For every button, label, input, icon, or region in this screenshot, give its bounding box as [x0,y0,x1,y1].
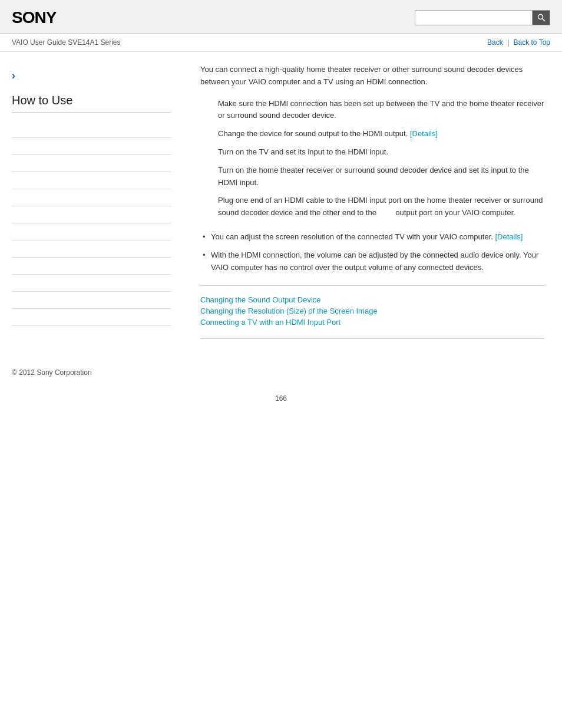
list-item [12,155,171,172]
sidebar-link[interactable] [12,142,171,150]
list-item [12,309,171,326]
sidebar-link[interactable] [12,193,171,202]
back-to-top-link[interactable]: Back to Top [514,38,550,47]
content-step-4: Turn on the home theater receiver or sur… [218,164,544,189]
page-footer: © 2012 Sony Corporation [0,363,562,383]
related-section: Changing the Sound Output Device Changin… [200,285,544,339]
sidebar-link[interactable] [12,313,171,321]
main-container: › How to Use You can connect a high-qual… [0,52,562,363]
note-1-text: You can adjust the screen resolution of … [211,232,495,241]
sidebar-link[interactable] [12,228,171,236]
step-5-text: Plug one end of an HDMI cable to the HDM… [218,196,543,217]
related-link-3[interactable]: Connecting a TV with an HDMI Input Port [200,318,544,327]
sidebar-link[interactable] [12,210,171,219]
sidebar-links [12,121,171,326]
breadcrumb-separator: | [507,38,509,47]
sidebar-link[interactable] [12,125,171,133]
content-notes: You can adjust the screen resolution of … [200,231,544,274]
list-item [12,258,171,275]
copyright-text: © 2012 Sony Corporation [12,368,92,377]
related-link-2[interactable]: Changing the Resolution (Size) of the Sc… [200,307,544,315]
breadcrumb-nav: Back | Back to Top [487,38,550,47]
content-intro: You can connect a high-quality home thea… [200,64,544,88]
search-icon [537,14,546,22]
sidebar-link[interactable] [12,296,171,304]
list-item [12,206,171,223]
svg-line-1 [542,19,545,22]
content-steps: Make sure the HDMI connection has been s… [218,98,544,219]
list-item [12,172,171,189]
search-area [415,10,550,25]
svg-point-0 [538,15,543,19]
list-item [12,292,171,309]
sidebar-link[interactable] [12,279,171,287]
sidebar: › How to Use [0,52,183,363]
content-area: You can connect a high-quality home thea… [183,52,562,363]
step-4-text: Turn on the home theater receiver or sur… [218,166,529,187]
sidebar-link[interactable] [12,245,171,253]
step-2-details-link[interactable]: [Details] [410,129,438,138]
step-2-text: Change the device for sound output to th… [218,129,410,138]
header: SONY [0,0,562,34]
guide-label: VAIO User Guide SVE14A1 Series [12,38,121,47]
search-input[interactable] [415,10,533,25]
note-item-2: With the HDMI connection, the volume can… [200,249,544,274]
content-step-3: Turn on the TV and set its input to the … [218,146,544,159]
sidebar-link[interactable] [12,262,171,270]
step-3-text: Turn on the TV and set its input to the … [218,147,388,156]
breadcrumb-bar: VAIO User Guide SVE14A1 Series Back | Ba… [0,34,562,52]
content-step-2: Change the device for sound output to th… [218,128,544,140]
list-item [12,275,171,292]
content-step-1: Make sure the HDMI connection has been s… [218,98,544,123]
back-link[interactable]: Back [487,38,503,47]
search-button[interactable] [533,10,550,25]
content-step-5: Plug one end of an HDMI cable to the HDM… [218,195,544,219]
list-item [12,223,171,241]
page-number: 166 [0,383,562,409]
note-2-text: With the HDMI connection, the volume can… [211,251,538,272]
note-1-details-link[interactable]: [Details] [495,232,523,241]
step-1-text: Make sure the HDMI connection has been s… [218,99,544,120]
list-item [12,138,171,155]
sony-logo: SONY [12,8,56,27]
note-item-1: You can adjust the screen resolution of … [200,231,544,243]
sidebar-section-title: How to Use [12,94,171,113]
sidebar-link[interactable] [12,176,171,185]
list-item [12,189,171,206]
sidebar-arrow: › [12,70,171,82]
sidebar-link[interactable] [12,159,171,167]
list-item [12,121,171,138]
list-item [12,241,171,258]
related-link-1[interactable]: Changing the Sound Output Device [200,295,544,304]
